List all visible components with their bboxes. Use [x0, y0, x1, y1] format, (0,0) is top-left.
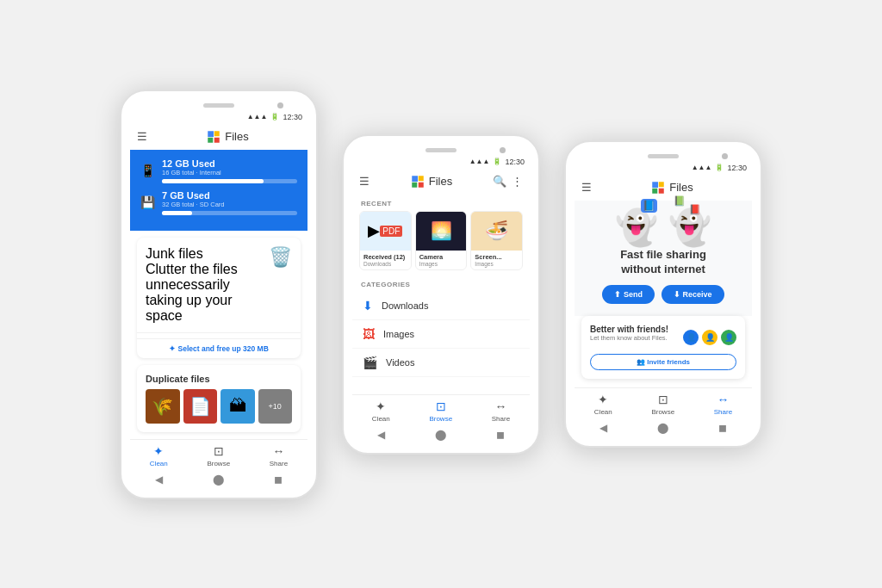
- storage-card-1: 📱 12 GB Used 16 GB total · Internal 💾 7 …: [130, 150, 307, 231]
- time-2: 12:30: [505, 158, 525, 166]
- browse-icon-1: ⊡: [214, 444, 224, 458]
- receive-button[interactable]: ⬇ Receive: [662, 285, 724, 304]
- svg-rect-10: [653, 188, 658, 193]
- hamburger-icon-2[interactable]: ☰: [359, 175, 370, 188]
- svg-rect-9: [659, 182, 664, 187]
- recents-btn-1[interactable]: ◼: [274, 473, 283, 486]
- svg-rect-6: [412, 182, 417, 187]
- downloads-icon: ⬇: [363, 299, 373, 313]
- back-btn-1[interactable]: ◀: [155, 473, 163, 486]
- search-menu-icons: 🔍 ⋮: [493, 175, 523, 188]
- home-btn-2[interactable]: ⬤: [435, 429, 446, 441]
- recent-item-downloads[interactable]: ▶ PDF Received (12) Downloads: [359, 211, 412, 270]
- cat-downloads[interactable]: ⬇ Downloads: [352, 292, 530, 320]
- recent-item-sub-camera: Images: [419, 261, 463, 267]
- recent-item-info-camera: Camera Images: [416, 251, 467, 269]
- recent-thumb-camera: 🌅: [416, 212, 467, 251]
- categories-label: CATEGORIES: [352, 277, 530, 292]
- dup-card: Duplicate files 🌾 📄 🏔 +10: [137, 365, 301, 432]
- share-label-2: Share: [492, 415, 510, 423]
- camera-2: [500, 147, 506, 153]
- cat-images[interactable]: 🖼 Images: [352, 320, 530, 349]
- screen-1: ☰ Files 📱 12 GB Used: [130, 124, 307, 439]
- clean-label-3: Clean: [594, 408, 612, 416]
- recents-btn-2[interactable]: ◼: [496, 429, 505, 441]
- free-up-button[interactable]: ✦ Select and free up 320 MB: [137, 338, 301, 358]
- menu-icon-2[interactable]: ⋮: [512, 175, 523, 188]
- hamburger-icon-1[interactable]: ☰: [137, 130, 147, 143]
- search-icon-2[interactable]: 🔍: [493, 175, 506, 188]
- bottom-nav-1: ✦ Clean ⊡ Browse ↔ Share: [130, 439, 307, 470]
- recent-item-screen[interactable]: 🍜 Screen... Images: [470, 211, 523, 270]
- videos-label: Videos: [386, 357, 414, 368]
- signal-icon-3: ▲▲▲: [692, 164, 712, 171]
- share-icon-2: ↔: [494, 399, 506, 413]
- storage-sub-internal: 16 GB total · Internal: [162, 169, 297, 176]
- back-btn-3[interactable]: ◀: [599, 422, 607, 434]
- storage-info-internal: 12 GB Used 16 GB total · Internal: [162, 158, 297, 183]
- clean-icon-3: ✦: [598, 393, 608, 406]
- recent-label: RECENT: [352, 195, 530, 211]
- send-button[interactable]: ⬆ Send: [602, 285, 655, 304]
- nav-share-2[interactable]: ↔ Share: [492, 399, 510, 423]
- share-label-1: Share: [270, 460, 288, 467]
- progress-fill-internal: [162, 179, 264, 183]
- nav-browse-3[interactable]: ⊡ Browse: [651, 393, 674, 416]
- progress-bar-sd: [162, 211, 297, 215]
- dup-title: Duplicate files: [146, 374, 292, 384]
- phone-3: ▲▲▲ 🔋 12:30 ☰ Files: [564, 140, 762, 449]
- recent-item-name-downloads: Received (12): [363, 253, 407, 261]
- images-label: Images: [383, 329, 414, 339]
- phone-1: ▲▲▲ 🔋 12:30 ☰ Files: [120, 90, 318, 499]
- browse-icon-3: ⊡: [658, 393, 668, 406]
- time-1: 12:30: [283, 113, 302, 121]
- phone-2: ▲▲▲ 🔋 12:30 ☰ Files 🔍 ⋮: [342, 134, 540, 455]
- browse-label-1: Browse: [207, 460, 230, 467]
- friends-avatars: 👤 👤 👤: [683, 330, 736, 345]
- share-icon-1: ↔: [272, 444, 284, 458]
- clean-icon-1: ✦: [153, 444, 164, 458]
- junk-emoji: 🗑️: [269, 246, 292, 269]
- dup-images: 🌾 📄 🏔 +10: [146, 389, 292, 424]
- share-illustration: 👻 👻 📘 📗 📕: [615, 207, 711, 248]
- nav-browse-1[interactable]: ⊡ Browse: [207, 444, 230, 467]
- nav-clean-3[interactable]: ✦ Clean: [594, 393, 612, 416]
- friends-sub: Let them know about Files.: [590, 334, 668, 342]
- svg-rect-4: [412, 176, 418, 182]
- downloads-label: Downloads: [382, 300, 428, 311]
- nav-share-3[interactable]: ↔ Share: [714, 393, 732, 416]
- dup-thumb-3: 🏔: [220, 389, 255, 424]
- nav-browse-2[interactable]: ⊡ Browse: [429, 399, 452, 423]
- phone-top-3: [575, 154, 752, 158]
- nav-clean-1[interactable]: ✦ Clean: [150, 444, 168, 467]
- browse-icon-2: ⊡: [436, 399, 446, 413]
- invite-friends-button[interactable]: 👥 Invite friends: [590, 354, 736, 370]
- speaker-1: [203, 103, 234, 108]
- recent-item-info-downloads: Received (12) Downloads: [360, 251, 411, 269]
- floating-icon-2: 📗: [674, 195, 686, 207]
- home-btn-1[interactable]: ⬤: [213, 473, 224, 486]
- progress-fill-sd: [162, 211, 192, 215]
- nav-clean-2[interactable]: ✦ Clean: [372, 399, 390, 423]
- nav-share-1[interactable]: ↔ Share: [270, 444, 288, 467]
- battery-icon-1: 🔋: [270, 113, 279, 121]
- recents-btn-3[interactable]: ◼: [718, 422, 727, 434]
- browse-label-2: Browse: [429, 415, 452, 423]
- avatar-3: 👤: [721, 330, 736, 345]
- svg-rect-1: [214, 131, 220, 136]
- back-btn-2[interactable]: ◀: [377, 429, 385, 441]
- hamburger-icon-3[interactable]: ☰: [581, 181, 592, 194]
- home-btn-3[interactable]: ⬤: [657, 422, 668, 434]
- junk-title: Junk files: [146, 246, 269, 262]
- storage-sub-sd: 32 GB total · SD Card: [162, 201, 297, 208]
- storage-row-sd: 💾 7 GB Used 32 GB total · SD Card: [140, 190, 297, 215]
- recent-item-name-camera: Camera: [419, 253, 463, 261]
- phone-top-2: [352, 148, 530, 152]
- clean-label-2: Clean: [372, 415, 390, 423]
- junk-content: Junk files Clutter the files unnecessari…: [137, 238, 301, 332]
- junk-info: Junk files Clutter the files unnecessari…: [146, 246, 269, 324]
- app-title-2: Files: [429, 175, 452, 188]
- speaker-3: [648, 154, 679, 158]
- recent-item-camera[interactable]: 🌅 Camera Images: [415, 211, 468, 270]
- cat-videos[interactable]: 🎬 Videos: [352, 349, 530, 377]
